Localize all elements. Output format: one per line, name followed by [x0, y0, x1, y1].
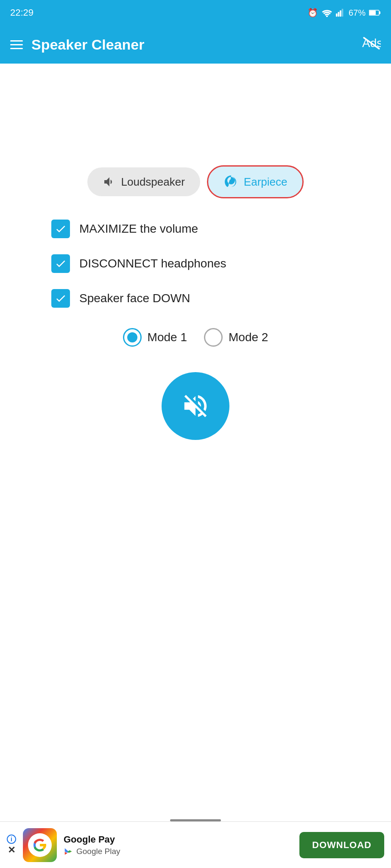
svg-rect-6 [379, 11, 380, 14]
mode1-radio-inner [127, 332, 137, 342]
status-time: 22:29 [10, 7, 34, 18]
app-title: Speaker Cleaner [31, 36, 145, 53]
status-bar: 22:29 ⏰ 67% [0, 0, 391, 25]
ad-banner: i ✕ Google Pay Google Play DOWNLOAD [0, 821, 391, 868]
play-mute-button[interactable] [162, 372, 229, 440]
svg-rect-5 [369, 11, 376, 15]
mode1-radio[interactable]: Mode 1 [123, 328, 187, 347]
mute-icon [181, 391, 210, 421]
loudspeaker-label: Loudspeaker [121, 175, 185, 189]
svg-rect-2 [340, 11, 341, 17]
options-list: MAXIMIZE the volume DISCONNECT headphone… [51, 220, 340, 308]
earpiece-tab[interactable]: Earpiece [207, 165, 304, 198]
download-button[interactable]: DOWNLOAD [299, 832, 384, 858]
checkbox-disconnect-headphones[interactable] [51, 254, 70, 273]
status-icons: ⏰ 67% [307, 8, 381, 18]
checkbox-maximize-volume[interactable] [51, 220, 70, 238]
nav-line [170, 819, 221, 821]
app-bar-left: Speaker Cleaner [10, 36, 145, 53]
ad-store-name: Google Play [76, 847, 120, 856]
mode-radio-row: Mode 1 Mode 2 [123, 328, 268, 347]
option-maximize-volume: MAXIMIZE the volume [51, 220, 340, 238]
svg-rect-1 [338, 12, 340, 17]
mode2-radio[interactable]: Mode 2 [204, 328, 268, 347]
wifi-icon [321, 8, 332, 17]
ad-info-icon[interactable]: i [7, 835, 16, 844]
ad-store-row: Google Play [64, 847, 293, 856]
mode1-label: Mode 1 [148, 331, 187, 344]
signal-icon [336, 8, 345, 17]
option-maximize-volume-label: MAXIMIZE the volume [79, 222, 198, 236]
ad-close-button[interactable]: ✕ [8, 845, 15, 856]
google-pay-logo-icon [28, 833, 52, 857]
toggle-row: Loudspeaker Earpiece [87, 165, 304, 198]
svg-rect-0 [336, 14, 338, 17]
option-disconnect-headphones-label: DISCONNECT headphones [79, 257, 226, 270]
main-content: Loudspeaker Earpiece MAXIMIZE the volume… [0, 64, 391, 821]
earpiece-icon [223, 174, 239, 189]
ads-off-icon[interactable]: Ads [362, 36, 381, 53]
loudspeaker-icon [103, 175, 116, 189]
mode1-radio-outer [123, 328, 142, 347]
mode2-label: Mode 2 [229, 331, 268, 344]
ad-app-name: Google Pay [64, 834, 293, 845]
google-play-icon [64, 847, 73, 856]
svg-rect-3 [342, 9, 344, 17]
option-speaker-face-down-label: Speaker face DOWN [79, 292, 190, 305]
battery-icon [369, 9, 381, 16]
alarm-icon: ⏰ [307, 8, 318, 18]
option-speaker-face-down: Speaker face DOWN [51, 289, 340, 308]
download-label: DOWNLOAD [312, 840, 371, 850]
option-disconnect-headphones: DISCONNECT headphones [51, 254, 340, 273]
app-bar: Speaker Cleaner Ads [0, 25, 391, 64]
checkbox-speaker-face-down[interactable] [51, 289, 70, 308]
ad-close-area: i ✕ [7, 835, 16, 856]
hamburger-menu-icon[interactable] [10, 40, 23, 49]
mode2-radio-outer [204, 328, 223, 347]
battery-text: 67% [349, 8, 366, 18]
ad-logo [23, 828, 57, 862]
loudspeaker-tab[interactable]: Loudspeaker [87, 167, 200, 196]
ad-text-area: Google Pay Google Play [64, 834, 293, 856]
earpiece-label: Earpiece [244, 175, 288, 189]
